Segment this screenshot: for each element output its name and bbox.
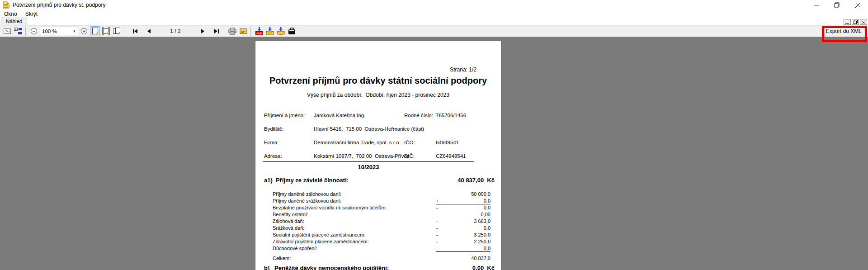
window-controls bbox=[806, 0, 868, 10]
detail-label: Srážková daň: bbox=[273, 225, 436, 232]
detail-amount-cell: + 0,0 bbox=[436, 198, 491, 204]
export-xml-button[interactable]: Export do XML bbox=[826, 25, 868, 37]
info-value-2: 64949541 bbox=[436, 140, 496, 153]
pdf-export-button[interactable]: PDF bbox=[254, 26, 264, 36]
detail-value: 50 000,0 bbox=[443, 191, 491, 198]
print-icon bbox=[228, 28, 236, 35]
section-a1-row: a1) Příjmy ze závislé činnosti: 40 837,0… bbox=[264, 177, 495, 184]
email-send-icon bbox=[277, 27, 285, 35]
info-label: Firma: bbox=[264, 140, 314, 153]
detail-sign: + bbox=[436, 198, 443, 204]
detail-row: Benefity ostatní: 0,00 bbox=[273, 211, 491, 218]
print-settings-icon bbox=[240, 28, 247, 35]
zoom-in-button[interactable] bbox=[79, 26, 89, 36]
minimize-icon bbox=[814, 3, 819, 8]
detail-value: 40 837,0 bbox=[443, 255, 491, 262]
zoom-level-combobox[interactable]: 100 % ▾ bbox=[40, 27, 78, 35]
detail-label: Benefity ostatní: bbox=[273, 211, 436, 218]
detail-amount-cell: 40 837,0 bbox=[436, 255, 491, 262]
restore-button[interactable] bbox=[826, 0, 847, 10]
detail-value: 0,0 bbox=[443, 245, 491, 251]
detail-label: Příjmy daněné zálohovou daní: bbox=[273, 191, 436, 198]
detail-amount-cell: 0,00 bbox=[436, 211, 491, 218]
person-info-table: Příjmení a jméno: Janíková Kateřina Ing.… bbox=[264, 113, 496, 167]
detail-row: Příjmy daněné srážkovou daní: + 0,0 bbox=[273, 198, 491, 204]
mdi-restore-button[interactable] bbox=[852, 19, 859, 25]
detail-amount-cell: 50 000,0 bbox=[436, 191, 491, 198]
detail-value: 0,0 bbox=[443, 198, 491, 204]
detail-sign: - bbox=[436, 238, 443, 245]
last-page-icon bbox=[214, 28, 219, 34]
detail-value: 3 663,0 bbox=[443, 218, 491, 225]
detail-sign: - bbox=[436, 225, 443, 232]
archive-icon bbox=[288, 28, 296, 35]
tab-nahled[interactable]: Náhled bbox=[1, 18, 27, 25]
first-page-icon bbox=[132, 28, 138, 34]
detail-amount-cell: - 0,0 bbox=[436, 245, 491, 252]
whole-page-button[interactable] bbox=[90, 26, 100, 36]
chevron-down-icon: ▾ bbox=[71, 27, 78, 35]
two-pages-icon bbox=[113, 27, 121, 35]
pdf-export-icon: PDF bbox=[255, 27, 263, 35]
detail-sign bbox=[436, 255, 443, 262]
export-xml-label: Export do XML bbox=[826, 28, 862, 34]
document-subtitle: Výše příjmů za období: Období: říjen 202… bbox=[255, 92, 501, 98]
detail-row: Důchodové spoření: - 0,0 bbox=[273, 245, 491, 252]
svg-text:PDF: PDF bbox=[256, 32, 262, 34]
detail-sign: - bbox=[436, 218, 443, 225]
email-send-button[interactable] bbox=[276, 26, 286, 36]
page-number-label: Strana: 1/2 bbox=[450, 66, 476, 73]
toolbar-separator bbox=[299, 27, 299, 36]
two-pages-button[interactable] bbox=[112, 26, 122, 36]
first-page-button[interactable] bbox=[130, 26, 140, 36]
detail-row: Příjmy daněné zálohovou daní: 50 000,0 bbox=[273, 191, 491, 198]
detail-sign: - bbox=[436, 245, 443, 251]
next-page-button[interactable] bbox=[198, 26, 208, 36]
info-label: Bydliště: bbox=[264, 126, 314, 140]
section-a1-label: a1) Příjmy ze závislé činnosti: bbox=[264, 177, 349, 184]
detail-row: Bezplatné používání vozidla i k soukromý… bbox=[273, 204, 491, 211]
menu-okno[interactable]: Okno bbox=[0, 10, 21, 18]
app-icon bbox=[3, 1, 9, 9]
email-pdf-icon bbox=[266, 27, 274, 35]
zoom-out-icon bbox=[30, 28, 38, 35]
info-label-2 bbox=[404, 126, 436, 140]
toolbar-separator bbox=[124, 27, 124, 36]
mdi-restore-icon bbox=[854, 20, 858, 24]
detail-label: Celkem: bbox=[273, 255, 436, 262]
archive-button[interactable] bbox=[287, 26, 297, 36]
zoom-out-button[interactable] bbox=[29, 26, 39, 36]
info-value-2: 765706/1456 bbox=[436, 113, 496, 126]
email-pdf-button[interactable] bbox=[265, 26, 275, 36]
last-page-button[interactable] bbox=[212, 26, 222, 36]
section-b-amount: 0,00 Kč bbox=[472, 265, 495, 270]
detail-value: 0,0 bbox=[443, 225, 491, 232]
period-heading: 10/2023 bbox=[263, 164, 474, 171]
info-label-2: Rodné číslo: bbox=[404, 113, 436, 126]
detail-label: Důchodové spoření: bbox=[273, 245, 436, 252]
menu-bar: Okno Skrýt bbox=[0, 10, 868, 18]
window-title: Potvrzení příjmů pro dávky st. podpory bbox=[13, 2, 105, 8]
detail-sign: - bbox=[436, 204, 443, 211]
print-settings-button[interactable] bbox=[238, 26, 248, 36]
prev-page-button[interactable] bbox=[144, 26, 154, 36]
detail-row: Srážková daň: - 0,0 bbox=[273, 225, 491, 232]
close-button[interactable] bbox=[847, 0, 868, 10]
zoom-level-value: 100 % bbox=[40, 28, 71, 34]
page-width-button[interactable] bbox=[101, 26, 111, 36]
toolbar-separator bbox=[224, 27, 224, 36]
title-bar: Potvrzení příjmů pro dávky st. podpory bbox=[0, 0, 868, 10]
preview-settings-button[interactable] bbox=[2, 26, 12, 36]
report-tree-button[interactable] bbox=[13, 26, 23, 36]
mdi-close-icon bbox=[862, 20, 865, 24]
minimize-button[interactable] bbox=[806, 0, 826, 10]
detail-label: Sociální pojištění placené zaměstnancem: bbox=[273, 232, 436, 238]
menu-skryt[interactable]: Skrýt bbox=[21, 10, 42, 18]
print-button[interactable] bbox=[227, 26, 237, 36]
mdi-close-button[interactable] bbox=[860, 19, 867, 25]
preview-toolbar: 100 % ▾ bbox=[0, 25, 868, 37]
mdi-minimize-button[interactable] bbox=[844, 19, 851, 25]
info-label: Příjmení a jméno: bbox=[264, 113, 314, 126]
preview-area: Strana: 1/2 Potvrzení příjmů pro dávky s… bbox=[0, 37, 868, 270]
restore-icon bbox=[834, 2, 840, 8]
